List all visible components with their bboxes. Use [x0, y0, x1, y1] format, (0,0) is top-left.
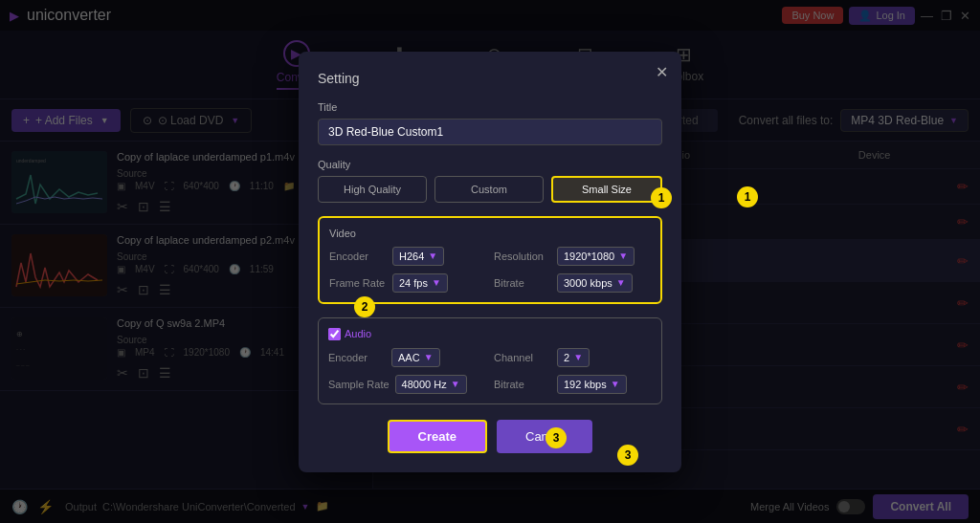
encoder-dropdown-icon: ▼ [428, 251, 437, 261]
framerate-row: Frame Rate 24 fps ▼ [329, 273, 486, 293]
quality-small-button[interactable]: Small Size [551, 176, 662, 203]
samplerate-dropdown-icon: ▼ [451, 379, 460, 389]
channel-dropdown-icon: ▼ [573, 352, 583, 362]
annotation-label-1-pos: 1 [737, 186, 758, 207]
encoder-select[interactable]: H264 ▼ [392, 247, 444, 266]
video-form-grid: Encoder H264 ▼ Resolution 1920*1080 ▼ Fr… [329, 247, 651, 293]
modal-footer: Create Cancel [318, 420, 662, 453]
modal-overlay: ✕ Setting Title Quality High Quality Cus… [0, 0, 980, 523]
title-field-label: Title [318, 101, 662, 113]
resolution-dropdown-icon: ▼ [618, 251, 628, 261]
annotation-label-1: 1 [651, 187, 672, 208]
audio-bitrate-select[interactable]: 192 kbps ▼ [557, 375, 627, 394]
framerate-select[interactable]: 24 fps ▼ [392, 273, 448, 293]
video-section: Video Encoder H264 ▼ Resolution 1920*108… [318, 216, 662, 304]
framerate-dropdown-icon: ▼ [432, 277, 441, 288]
modal-title: Setting [318, 71, 662, 86]
video-bitrate-select[interactable]: 3000 kbps ▼ [557, 273, 633, 293]
create-button[interactable]: Create [388, 420, 487, 453]
quality-buttons: High Quality Custom Small Size [318, 176, 662, 203]
title-input[interactable] [318, 119, 662, 145]
annotation-label-2: 2 [354, 296, 375, 317]
channel-row: Channel 2 ▼ [494, 348, 652, 367]
annotation-label-3: 3 [546, 427, 567, 448]
quality-label: Quality [318, 159, 662, 170]
quality-high-button[interactable]: High Quality [318, 176, 427, 203]
resolution-row: Resolution 1920*1080 ▼ [494, 247, 651, 266]
audio-encoder-row: Encoder AAC ▼ [328, 348, 486, 367]
audio-section-label: Audio [328, 328, 652, 340]
audio-encoder-dropdown-icon: ▼ [424, 352, 434, 362]
audio-bitrate-dropdown-icon: ▼ [611, 379, 620, 389]
audio-checkbox[interactable] [328, 328, 341, 340]
samplerate-select[interactable]: 48000 Hz ▼ [395, 375, 467, 394]
video-bitrate-row: Bitrate 3000 kbps ▼ [494, 273, 651, 293]
quality-custom-button[interactable]: Custom [434, 176, 544, 203]
video-section-label: Video [329, 228, 651, 239]
audio-checkbox-label[interactable]: Audio [328, 328, 371, 340]
audio-form-grid: Encoder AAC ▼ Channel 2 ▼ Sample Rate [328, 348, 652, 394]
audio-section: Audio Encoder AAC ▼ Channel 2 ▼ [318, 317, 662, 404]
modal-close-button[interactable]: ✕ [656, 63, 668, 81]
video-bitrate-dropdown-icon: ▼ [616, 277, 626, 288]
resolution-select[interactable]: 1920*1080 ▼ [557, 247, 635, 266]
audio-encoder-select[interactable]: AAC ▼ [391, 348, 440, 367]
annotation-label-3-pos: 3 [617, 445, 638, 466]
encoder-row: Encoder H264 ▼ [329, 247, 486, 266]
audio-bitrate-row: Bitrate 192 kbps ▼ [494, 375, 652, 394]
channel-select[interactable]: 2 ▼ [557, 348, 590, 367]
samplerate-row: Sample Rate 48000 Hz ▼ [328, 375, 486, 394]
setting-modal: ✕ Setting Title Quality High Quality Cus… [299, 52, 681, 472]
